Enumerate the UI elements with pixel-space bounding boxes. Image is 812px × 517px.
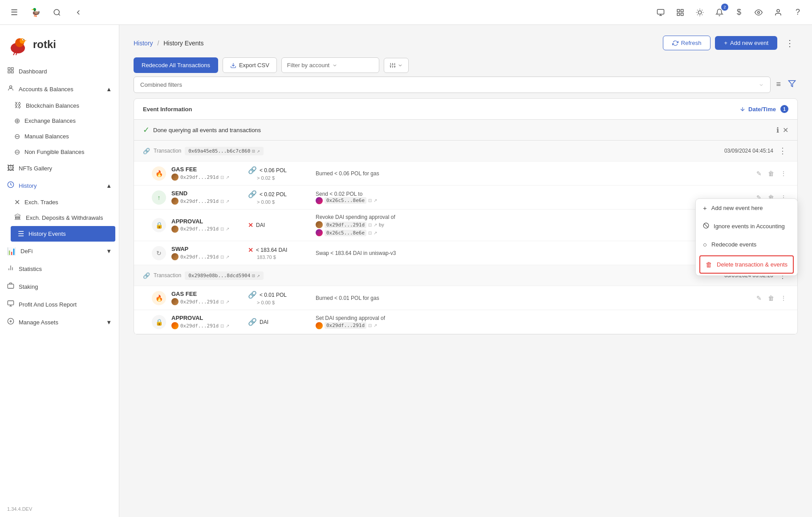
swap-addr-link[interactable]: ↗ [226, 254, 229, 259]
gas-edit-btn[interactable]: ✎ [755, 169, 763, 178]
sidebar-item-exch-trades[interactable]: ✕ Exch. Trades [7, 194, 119, 210]
gas2-event-desc: Burned < 0.01 POL for gas [316, 295, 749, 301]
header-more-button[interactable]: ⋮ [782, 36, 798, 50]
code-icon[interactable] [654, 5, 668, 20]
combined-filter-input[interactable]: Combined filters [134, 77, 771, 93]
gas-avatar [171, 174, 179, 181]
sidebar-logo: rotki [0, 25, 119, 62]
sidebar-item-nft[interactable]: ⊖ Non Fungible Balances [7, 144, 119, 160]
approval-link1[interactable]: ↗ [374, 222, 377, 227]
ctx-add-icon: + [703, 204, 707, 212]
filter-funnel-icon[interactable] [786, 78, 798, 92]
swap-addr-copy[interactable]: ⊡ [220, 254, 224, 259]
approval-event-info: APPROVAL 0x29df...291d ⊡ ↗ [171, 218, 243, 233]
sidebar-group-accounts[interactable]: Accounts & Balances ▲ [0, 80, 119, 98]
tx2-copy-icon[interactable]: ⊡ [252, 273, 255, 279]
tx2-link-icon[interactable]: ↗ [257, 273, 260, 279]
recode-all-button[interactable]: Redecode All Transactions [134, 57, 218, 73]
export-csv-button[interactable]: Export CSV [223, 57, 277, 73]
blockchain-icon: ⛓ [14, 101, 21, 109]
ctx-add-event[interactable]: + Add new event here [696, 199, 797, 217]
add-event-button[interactable]: + Add new event [715, 36, 777, 50]
ctx-recode[interactable]: ○ Redecode events [696, 235, 797, 254]
ctx-ignore-icon [703, 222, 709, 230]
svg-point-32 [9, 86, 12, 88]
sidebar-item-manual[interactable]: ⊖ Manual Balances [7, 129, 119, 144]
approval2-linkout[interactable]: ↗ [374, 323, 377, 328]
send-token-row: 🔗 < 0.02 POL [248, 190, 287, 198]
approval2-addr-link[interactable]: ↗ [226, 323, 229, 328]
filter-options-button[interactable] [384, 58, 409, 73]
layout-icon[interactable] [673, 5, 687, 20]
breadcrumb-parent[interactable]: History [134, 40, 153, 47]
approval2-copy[interactable]: ⊡ [368, 323, 372, 328]
status-info-icon[interactable]: ℹ [776, 126, 779, 134]
sidebar-item-exchange[interactable]: ⊕ Exchange Balances [7, 113, 119, 129]
gallery-icon: 🖼 [7, 164, 14, 172]
help-icon[interactable]: ? [791, 5, 805, 20]
user-icon[interactable] [771, 5, 785, 20]
sidebar-item-exch-deposits-label: Exch. Deposits & Withdrawals [26, 214, 103, 221]
send-to-addr: 0x26c5...8e6e [325, 197, 366, 204]
gas2-more-btn[interactable]: ⋮ [779, 294, 788, 303]
dollar-icon[interactable]: $ [732, 5, 746, 20]
gas-addr-copy[interactable]: ⊡ [220, 175, 224, 180]
gas2-addr-link[interactable]: ↗ [226, 299, 229, 304]
sidebar-item-history-events[interactable]: ☰ History Events [11, 226, 115, 242]
tx-copy-icon[interactable]: ⊡ [252, 148, 255, 154]
approval-addr-link[interactable]: ↗ [226, 226, 229, 231]
sidebar-item-exch-deposits[interactable]: 🏛 Exch. Deposits & Withdrawals [7, 210, 119, 225]
send-addr-link[interactable]: ↗ [226, 199, 229, 204]
send-to-copy[interactable]: ⊡ [368, 198, 372, 203]
gas2-addr-copy[interactable]: ⊡ [220, 299, 224, 304]
sidebar-item-dashboard[interactable]: Dashboard [0, 62, 119, 80]
sidebar-group-history[interactable]: History ▲ [0, 177, 119, 194]
header-actions: Refresh + Add new event ⋮ [663, 36, 798, 50]
sidebar-item-statistics-label: Statistics [19, 266, 42, 272]
table-header-right[interactable]: Date/Time 1 [739, 105, 788, 113]
tx-link-icon[interactable]: ↗ [257, 148, 260, 154]
filter-sort-icon[interactable]: ≡ [774, 78, 783, 92]
approval-copy1[interactable]: ⊡ [368, 222, 372, 227]
sidebar-group-assets[interactable]: Manage Assets ▼ [0, 313, 119, 331]
theme-icon[interactable] [693, 5, 707, 20]
gas-more-btn[interactable]: ⋮ [779, 169, 788, 178]
status-close-icon[interactable]: ✕ [783, 126, 788, 134]
approval-addr-copy[interactable]: ⊡ [220, 226, 224, 231]
ctx-delete[interactable]: 🗑 Delete transaction & events [699, 255, 794, 274]
gas2-edit-btn[interactable]: ✎ [755, 294, 763, 303]
search-icon[interactable] [50, 5, 64, 20]
bird-icon[interactable]: 🦆 [28, 5, 43, 20]
approval-x-icon: ✕ [248, 222, 253, 229]
gas2-token-row: 🔗 < 0.01 POL [248, 291, 287, 299]
approval-copy2[interactable]: ⊡ [368, 230, 372, 235]
gas2-event-token: 🔗 < 0.01 POL > 0.00 $ [248, 291, 310, 305]
sidebar-item-profit-loss[interactable]: Profit And Loss Report [0, 295, 119, 313]
refresh-button[interactable]: Refresh [663, 36, 711, 50]
ctx-ignore[interactable]: Ignore events in Accounting [696, 217, 797, 235]
gas2-event-addr: 0x29df...291d ⊡ ↗ [171, 298, 243, 305]
approval-by-avatar2 [316, 229, 323, 236]
menu-icon[interactable]: ☰ [7, 5, 21, 20]
gas2-delete-btn[interactable]: 🗑 [766, 294, 776, 303]
send-addr-copy[interactable]: ⊡ [220, 199, 224, 204]
sidebar-item-blockchain[interactable]: ⛓ Blockchain Balances [7, 98, 119, 113]
approval-link2[interactable]: ↗ [374, 230, 377, 235]
gas-addr-link[interactable]: ↗ [226, 175, 229, 180]
approval2-addr-copy[interactable]: ⊡ [220, 323, 224, 328]
approval2-amount: DAI [260, 319, 268, 325]
sidebar-item-statistics[interactable]: Statistics [0, 260, 119, 278]
send-to-link[interactable]: ↗ [374, 198, 377, 203]
app-wrapper: ☰ 🦆 2 $ [0, 0, 812, 517]
tx-more-button[interactable]: ⋮ [777, 145, 788, 157]
filter-account-dropdown[interactable]: Filter by account [281, 57, 379, 73]
back-icon[interactable] [71, 5, 85, 20]
gas-delete-btn[interactable]: 🗑 [766, 169, 776, 178]
eye-icon[interactable] [751, 5, 766, 20]
sidebar-group-defi[interactable]: 📊 DeFi ▼ [0, 242, 119, 260]
svg-line-17 [702, 10, 702, 10]
approval-amount: DAI [256, 222, 265, 228]
sidebar-item-staking[interactable]: Staking [0, 278, 119, 295]
sidebar-item-nfts-gallery[interactable]: 🖼 NFTs Gallery [0, 160, 119, 177]
sidebar-group-defi-label: DeFi [20, 248, 32, 254]
